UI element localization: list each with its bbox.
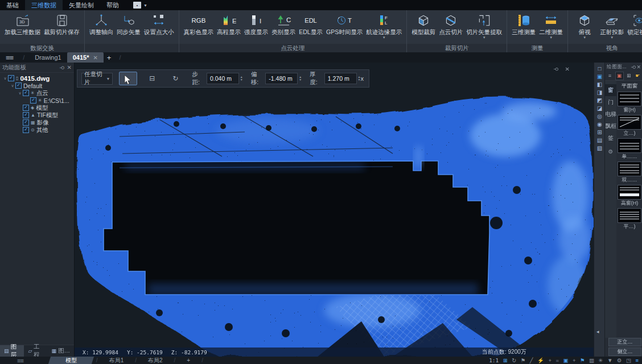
tree-node-Default[interactable]: ∨✓Default (0, 82, 74, 89)
ribbon-button-track-edge[interactable]: FL航迹边缘显示▼ (364, 12, 404, 40)
slice-toolbar-close-button[interactable]: x (361, 75, 364, 82)
menu-item-帮助[interactable]: 帮助 (100, 0, 125, 10)
ribbon-button-cloud-slice[interactable]: 点云切片 (437, 12, 464, 36)
symbol-thumb-win-high[interactable] (618, 185, 641, 200)
ribbon-button-top-view[interactable]: 俯视▼ (571, 12, 598, 40)
tree-expand-icon[interactable]: ∨ (17, 91, 23, 96)
category-tab-飘框[interactable]: 飘框 (605, 120, 616, 132)
tree-expand-icon[interactable]: ∨ (2, 76, 8, 81)
ribbon-button-measure-3d[interactable]: 三维测量 (510, 12, 537, 36)
checkbox-checked[interactable]: ✓ (23, 112, 29, 118)
slice-field-input[interactable]: 0.040 m (207, 73, 239, 84)
grid-icon[interactable]: ⊞ (503, 357, 508, 363)
ribbon-button-elevation[interactable]: E高程显示 (215, 12, 242, 36)
checkbox-checked[interactable]: ✓ (23, 119, 29, 126)
flag-blue-icon[interactable]: ⚑ (580, 357, 585, 363)
ribbon-button-adjust-axis[interactable]: 调整轴向 (88, 12, 115, 36)
box-v-icon[interactable]: ▧ (597, 144, 602, 152)
close-icon[interactable]: ✕ (565, 66, 570, 72)
cube-shade-icon[interactable]: ◪ (597, 105, 602, 113)
menu-item-基础[interactable]: 基础 (0, 0, 25, 10)
symbol-thumb-win-elev[interactable] (618, 115, 641, 130)
ribbon-button-class-display[interactable]: C类别显示 (270, 12, 297, 36)
chevron-down-icon[interactable]: ▼ (143, 3, 147, 7)
ribbon-button-intensity[interactable]: I强度显示 (242, 12, 270, 36)
checkbox-checked[interactable]: ✓ (30, 97, 36, 104)
symbol-thumb-win-h[interactable] (618, 92, 641, 106)
tree-expand-icon[interactable]: ∨ (10, 84, 15, 88)
equal-icon[interactable]: = (555, 357, 559, 363)
symbol-thumb-win-flat[interactable] (618, 208, 641, 223)
ribbon-button-model-crop[interactable]: 模型裁剪 (410, 12, 437, 36)
symbol-thumb-win-single[interactable] (618, 138, 641, 153)
tree-node-ECS1[interactable]: ✓✳E:\CS\1... (0, 97, 74, 104)
viewport-icon[interactable]: ▣ (563, 357, 569, 363)
star-icon[interactable]: ✳ (599, 357, 603, 363)
add-view-icon[interactable]: + (573, 357, 576, 363)
layout-menu-icon[interactable]: ≡≡ (17, 357, 23, 364)
category-tab-签[interactable]: 签 (605, 132, 616, 144)
pin-icon[interactable]: ⚲ (553, 67, 559, 71)
ribbon-button-measure-2d[interactable]: 二维测量▼ (537, 12, 565, 40)
tab-close-icon[interactable]: ✕ (93, 55, 97, 61)
category-tab-电梯[interactable]: 电梯 (605, 108, 616, 120)
slice-rotate-button[interactable]: ↻ (167, 72, 184, 85)
ribbon-button-slice-vector[interactable]: 切片矢量提取▼ (464, 12, 504, 40)
category-tab-门[interactable]: 门 (605, 96, 616, 108)
line-icon[interactable]: ╱ (530, 357, 533, 363)
slice-planes-button[interactable]: ⊟ (143, 72, 160, 85)
box-h-icon[interactable]: ▤ (597, 136, 602, 144)
checkbox-checked[interactable]: ✓ (23, 105, 29, 111)
document-tab-Drawing1[interactable]: Drawing1 (29, 52, 67, 63)
grid-icon[interactable]: ⊞ (597, 129, 602, 136)
tree-node-[interactable]: ∨✓✳点云 (0, 89, 74, 97)
lightning-icon[interactable]: ⚡ (537, 357, 544, 363)
list-icon[interactable]: ≡ (606, 72, 614, 80)
symbol-thumb-win-double[interactable] (618, 162, 641, 176)
slice-field-input[interactable]: -1.480 m (265, 73, 298, 84)
collapse-panel-icon[interactable]: ◂ (596, 329, 599, 334)
viewport-canvas[interactable]: 任意切片 ▼ ∟⊟↻ 步距:0.040 m▲▼偏移:-1.480 m▲▼厚度:1… (74, 63, 594, 357)
tree-node-0415dwg[interactable]: ∨✓▯0415.dwg (0, 75, 74, 82)
tree-node-[interactable]: ✓⊙其他 (0, 126, 74, 134)
pin-icon[interactable]: ⚲ (59, 65, 65, 69)
panel-tab-图…[interactable]: ▦图… (47, 345, 74, 357)
slice-field-input[interactable]: 1.270 m (324, 73, 357, 84)
main-menu-icon[interactable]: ≡≡ (6, 53, 13, 62)
eye-icon[interactable]: ◉ (597, 121, 602, 129)
spinner-arrows[interactable]: ▲▼ (299, 76, 302, 81)
checkbox-checked[interactable]: ✓ (15, 82, 22, 89)
cube-right-icon[interactable]: ◨ (597, 89, 602, 97)
ribbon-button-load-3d[interactable]: 3D加载三维数据 (3, 12, 42, 36)
new-layout-tab-button[interactable]: + (179, 357, 198, 364)
close-icon[interactable]: ✕ (636, 64, 641, 70)
ribbon-button-save-slice[interactable]: 裁剪切片保存 (42, 12, 81, 36)
spinner-arrows[interactable]: ▲▼ (240, 76, 243, 81)
ribbon-button-lock-view[interactable]: 锁定视角 (625, 12, 642, 36)
plus-icon[interactable]: + (548, 357, 552, 363)
panel-button-侧立…[interactable]: 侧立… (608, 348, 641, 356)
checkbox-checked[interactable]: ✓ (23, 127, 29, 133)
pin-icon[interactable]: ⚲ (631, 65, 636, 69)
expand-icon[interactable]: ◳ (626, 357, 631, 363)
quick-access-button[interactable]: ▪ (133, 2, 141, 9)
tree-node-[interactable]: ✓▦影像 (0, 119, 74, 126)
ribbon-button-gps-time[interactable]: TGPS时间显示 (324, 12, 364, 36)
ribbon-button-rgb[interactable]: RGB真彩色显示 (182, 12, 216, 36)
sphere-icon[interactable]: ◎ (597, 113, 602, 121)
grid-icon[interactable]: ⊞ (625, 72, 633, 80)
counter-icon[interactable]: ▥ (589, 357, 594, 363)
layout-tab-布局2[interactable]: 布局2 (140, 357, 171, 364)
panel-tab-图层[interactable]: ▤图层 (0, 345, 24, 357)
checkbox-checked[interactable]: ✓ (8, 75, 14, 81)
layout-tab-布局1[interactable]: 布局1 (101, 357, 132, 364)
layout-tab-模型[interactable]: 模型 (48, 357, 94, 364)
ribbon-button-sync-vector[interactable]: 同步矢量 (115, 12, 142, 36)
menu-item-三维数据[interactable]: 三维数据 (25, 0, 63, 10)
ribbon-button-point-size[interactable]: 设置点大小 (142, 12, 176, 36)
category-tab-窗[interactable]: 窗 (605, 84, 616, 96)
settings-gear-icon[interactable]: ⚙ (608, 148, 614, 155)
flag-icon[interactable]: ⚑ (521, 357, 526, 363)
cube-left-icon[interactable]: ◧ (597, 81, 602, 89)
tree-node-[interactable]: ✓◈模型 (0, 104, 74, 111)
